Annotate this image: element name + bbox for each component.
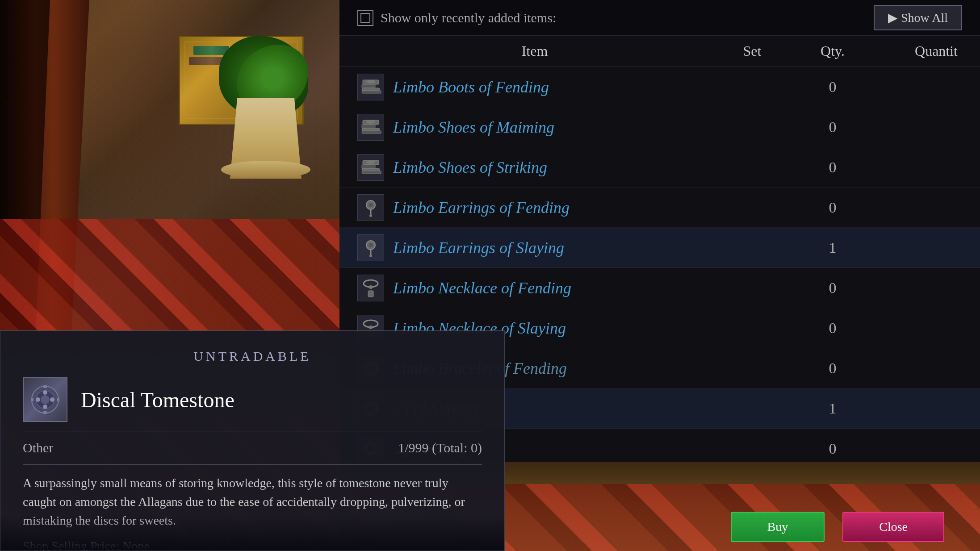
svg-rect-12: [362, 165, 375, 168]
item-qty-2: 0: [792, 159, 873, 176]
tooltip-sell-price: Shop Selling Price: None: [23, 539, 482, 551]
game-scene: [0, 0, 339, 330]
svg-point-50: [43, 390, 47, 395]
show-all-button[interactable]: ▶ Show All: [874, 5, 962, 30]
col-header-item: Item: [357, 43, 712, 59]
tooltip-header: Discal Tomestone: [23, 377, 482, 422]
item-name-4: Limbo Earrings of Slaying: [393, 238, 712, 257]
svg-point-19: [369, 214, 372, 217]
table-row[interactable]: Limbo Shoes of Striking 0: [339, 147, 980, 188]
tooltip-item-name: Discal Tomestone: [81, 388, 235, 412]
svg-rect-2: [362, 84, 375, 88]
filter-checkbox[interactable]: [357, 10, 373, 26]
svg-rect-25: [368, 291, 373, 297]
table-row[interactable]: Limbo Boots of Fending 0: [339, 67, 980, 107]
svg-point-49: [41, 395, 50, 404]
carpet-decoration: [0, 219, 339, 330]
plant-decoration: [210, 36, 322, 179]
item-qty-6: 0: [792, 320, 873, 337]
tooltip-divider-2: [23, 464, 482, 465]
item-qty-5: 0: [792, 280, 873, 296]
buy-button-label: Buy: [767, 520, 788, 534]
svg-rect-4: [362, 91, 381, 93]
svg-rect-0: [361, 13, 370, 22]
action-buttons-area: Buy Close: [731, 512, 944, 542]
item-qty-4: 1: [792, 239, 873, 256]
item-qty-3: 0: [792, 199, 873, 216]
svg-rect-57: [57, 398, 59, 401]
svg-rect-3: [362, 88, 380, 91]
item-icon-earrings-fending: [357, 194, 384, 221]
svg-point-21: [368, 242, 373, 248]
tooltip-divider: [23, 431, 482, 431]
item-qty-1: 0: [792, 119, 873, 136]
tooltip-type-row: Other 1/999 (Total: 0): [23, 440, 482, 455]
buy-button-bottom[interactable]: Buy: [731, 512, 825, 542]
item-qty-7: 0: [792, 360, 873, 377]
svg-rect-55: [43, 411, 47, 414]
svg-point-17: [368, 202, 373, 208]
tooltip-type: Other: [23, 440, 53, 455]
filter-checkbox-area[interactable]: Show only recently added items:: [357, 10, 556, 26]
item-name-2: Limbo Shoes of Striking: [393, 158, 712, 177]
svg-rect-8: [362, 128, 380, 131]
close-button-label: Close: [879, 520, 908, 534]
svg-rect-9: [362, 131, 381, 134]
pot-ring: [221, 161, 310, 179]
svg-rect-54: [43, 385, 47, 388]
svg-point-51: [43, 405, 47, 409]
svg-point-15: [366, 160, 375, 164]
svg-rect-7: [362, 125, 375, 128]
svg-point-52: [36, 397, 40, 402]
item-name-5: Limbo Necklace of Fending: [393, 279, 712, 297]
item-icon-boots: [357, 74, 384, 100]
tooltip-stack: 1/999 (Total: 0): [398, 440, 482, 455]
svg-rect-56: [31, 398, 34, 401]
table-row[interactable]: Limbo Necklace of Fending 0: [339, 268, 980, 308]
table-row[interactable]: Limbo Earrings of Fending 0: [339, 188, 980, 228]
col-header-qty: Qty.: [792, 43, 873, 59]
col-header-set: Set: [712, 43, 792, 59]
item-name-1: Limbo Shoes of Maiming: [393, 118, 712, 137]
item-name-3: Limbo Earrings of Fending: [393, 198, 712, 217]
close-button-bottom[interactable]: Close: [842, 512, 944, 542]
table-row[interactable]: Limbo Earrings of Slaying 1: [339, 228, 980, 268]
svg-rect-14: [362, 171, 381, 174]
item-qty-8: 1: [792, 400, 873, 417]
svg-point-53: [50, 397, 54, 402]
item-qty-9: 0: [792, 440, 873, 457]
item-qty-0: 0: [792, 79, 873, 96]
item-name-0: Limbo Boots of Fending: [393, 78, 712, 96]
filter-bar: Show only recently added items: ▶ Show A…: [339, 0, 980, 36]
item-icon-shoes-striking: [357, 154, 384, 181]
tooltip-overlay: UNTRADABLE Discal Tomestone Other 1/999 …: [0, 330, 505, 551]
item-icon-shoes-maiming: [357, 114, 384, 141]
column-headers: Item Set Qty. Quantit: [339, 36, 980, 67]
col-header-quantity: Quantit: [873, 43, 962, 59]
tooltip-item-icon: [23, 377, 67, 422]
tooltip-description: A surpassingly small means of storing kn…: [23, 474, 482, 530]
show-all-label: ▶ Show All: [888, 10, 948, 25]
item-icon-earrings-slaying: [357, 234, 384, 261]
svg-point-29: [369, 326, 373, 329]
svg-point-26: [369, 285, 373, 289]
svg-rect-13: [362, 168, 380, 171]
svg-point-10: [366, 120, 375, 124]
filter-label: Show only recently added items:: [381, 10, 556, 25]
svg-point-5: [366, 80, 375, 83]
table-row[interactable]: Limbo Shoes of Maiming 0: [339, 107, 980, 147]
untradable-label: UNTRADABLE: [23, 349, 482, 364]
svg-point-23: [369, 255, 372, 257]
item-icon-necklace-fending: [357, 275, 384, 301]
